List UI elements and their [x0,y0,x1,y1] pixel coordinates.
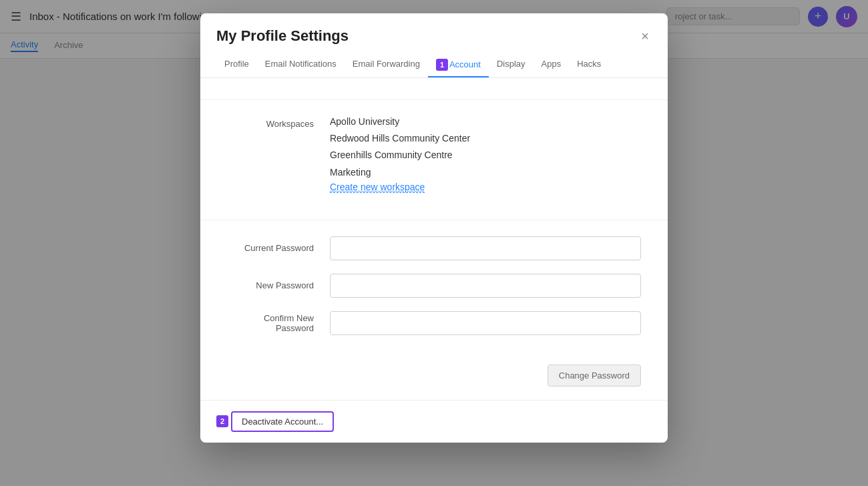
workspaces-label: Workspaces [227,113,314,129]
tab-apps[interactable]: Apps [533,53,570,77]
tab-account[interactable]: 1Account [428,53,489,77]
tab-email-forwarding[interactable]: Email Forwarding [345,53,428,77]
confirm-password-label: Confirm New Password [227,313,314,333]
workspace-item-0: Apollo University [330,113,641,130]
current-password-label: Current Password [227,243,314,253]
new-password-label: New Password [227,280,314,290]
new-password-input[interactable] [330,274,641,298]
workspaces-content: Apollo University Redwood Hills Communit… [330,113,641,193]
deactivate-account-button[interactable]: Deactivate Account... [231,411,334,432]
modal-overlay: My Profile Settings × Profile Email Noti… [0,0,868,486]
workspace-list: Apollo University Redwood Hills Communit… [330,113,641,181]
tab-email-notifications[interactable]: Email Notifications [257,53,345,77]
modal-title: My Profile Settings [216,27,349,45]
current-password-input[interactable] [330,236,641,260]
tab-profile[interactable]: Profile [216,53,257,77]
change-password-row: Change Password [200,364,668,400]
new-password-row: New Password [227,274,641,298]
current-password-row: Current Password [227,236,641,260]
create-workspace-link[interactable]: Create new workspace [330,182,425,193]
modal-tabs: Profile Email Notifications Email Forwar… [200,45,668,78]
workspace-item-2: Greenhills Community Centre [330,147,641,164]
modal-body: Workspaces Apollo University Redwood Hil… [200,78,668,400]
password-section: Current Password New Password Confirm Ne… [200,220,668,364]
modal-footer: 2 Deactivate Account... [200,400,668,443]
close-button[interactable]: × [638,27,652,45]
modal-header: My Profile Settings × [200,13,668,45]
workspaces-row: Workspaces Apollo University Redwood Hil… [227,113,641,193]
confirm-password-row: Confirm New Password [227,311,641,335]
top-partial-section [200,78,668,100]
workspace-item-3: Marketing [330,164,641,181]
workspace-item-1: Redwood Hills Community Center [330,130,641,147]
modal: My Profile Settings × Profile Email Noti… [200,13,668,443]
deactivate-badge-num: 2 [216,415,228,427]
account-tab-badge: 1 [436,59,448,71]
tab-display[interactable]: Display [489,53,533,77]
workspaces-section: Workspaces Apollo University Redwood Hil… [200,100,668,220]
confirm-password-input[interactable] [330,311,641,335]
change-password-button[interactable]: Change Password [548,364,641,387]
tab-hacks[interactable]: Hacks [569,53,609,77]
deactivate-badge-container: 2 Deactivate Account... [216,411,334,432]
